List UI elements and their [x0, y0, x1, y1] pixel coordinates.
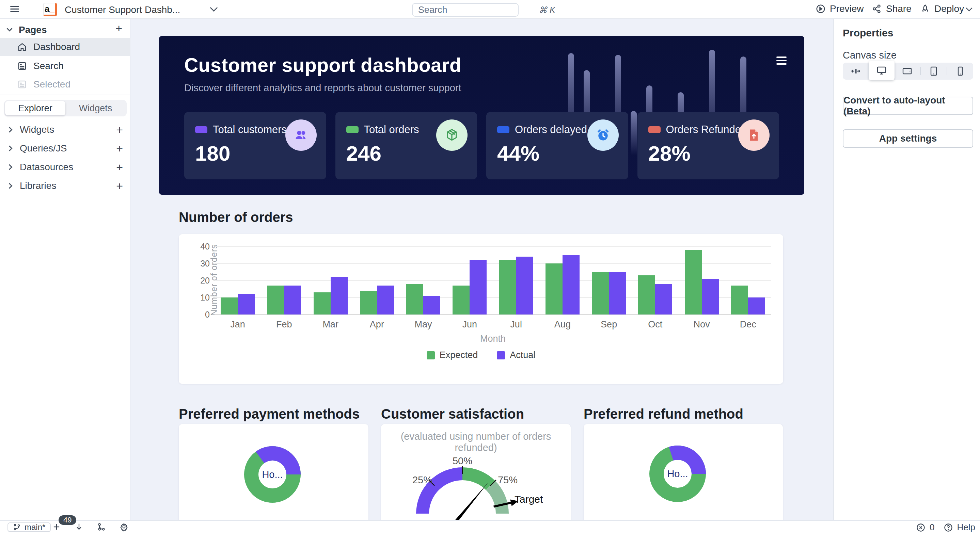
chevron-down-icon: [7, 26, 13, 32]
bar-expected-oct[interactable]: [638, 275, 655, 314]
bar-actual-mar[interactable]: [331, 277, 348, 314]
bar-expected-jan[interactable]: [221, 297, 238, 314]
deploy-caret-icon[interactable]: [966, 5, 972, 11]
app-logo: a_: [43, 3, 57, 16]
stat-chip: [497, 126, 509, 133]
x-tick-label: Jul: [510, 319, 522, 330]
error-circle-icon: [916, 523, 926, 532]
app-settings-button[interactable]: App settings: [843, 129, 973, 148]
sidebar-item-search[interactable]: Search: [0, 57, 130, 75]
satisfaction-gauge-chart[interactable]: (evaluated using number of orders refund…: [381, 424, 571, 520]
tablet-icon: [928, 66, 939, 76]
page-label: Dashboard: [33, 41, 80, 52]
add-query-button[interactable]: +: [116, 143, 123, 154]
canvas-size-fluid-button[interactable]: [843, 63, 869, 79]
bar-actual-jan[interactable]: [238, 294, 255, 314]
x-tick-label: Oct: [648, 319, 662, 330]
sidebar-item-dashboard[interactable]: Dashboard: [0, 38, 130, 56]
search-input[interactable]: [418, 5, 539, 15]
search-box[interactable]: ⌘ K: [412, 3, 519, 17]
git-merge-icon[interactable]: [97, 522, 106, 533]
app-title[interactable]: Customer Support Dashb...: [65, 5, 180, 15]
banner-title: Customer support dashboard: [184, 54, 461, 76]
add-library-button[interactable]: +: [116, 181, 123, 191]
canvas-size-tablet-landscape-button[interactable]: [894, 63, 920, 79]
refund-donut-chart[interactable]: Ho...: [584, 424, 783, 520]
bar-actual-nov[interactable]: [702, 279, 719, 314]
chevron-right-icon: [7, 164, 13, 170]
bar-expected-sep[interactable]: [592, 272, 609, 314]
bar-expected-mar[interactable]: [313, 292, 331, 314]
x-tick-label: Aug: [554, 319, 571, 330]
tab-widgets[interactable]: Widgets: [65, 101, 126, 115]
sidebar-divider: [0, 95, 130, 95]
bar-expected-feb[interactable]: [267, 286, 284, 314]
stat-card-orders-delayed[interactable]: Orders delayed 44%: [486, 112, 628, 179]
bar-expected-dec[interactable]: [731, 286, 748, 314]
main-menu-icon[interactable]: [10, 6, 19, 13]
sidebar-section-queries[interactable]: Queries/JS +: [0, 141, 130, 156]
preview-button[interactable]: Preview: [816, 3, 864, 14]
properties-title: Properties: [843, 27, 893, 39]
app-title-caret-icon[interactable]: [210, 4, 218, 12]
share-button[interactable]: Share: [872, 3, 912, 14]
stat-card-total-customers[interactable]: Total customers 180: [184, 112, 326, 179]
commits-badge: 49: [59, 515, 76, 525]
banner-menu-icon[interactable]: [776, 57, 787, 67]
bar-actual-sep[interactable]: [609, 272, 626, 314]
stat-chip: [346, 126, 359, 133]
bar-chart-plot: 010203040JanFebMarAprMayJunJulAugSepOctN…: [215, 246, 771, 314]
bar-actual-jun[interactable]: [469, 260, 487, 314]
sidebar-section-libraries[interactable]: Libraries +: [0, 178, 130, 194]
errors-indicator[interactable]: 0: [916, 522, 934, 533]
add-widget-button[interactable]: +: [116, 125, 123, 135]
tab-explorer[interactable]: Explorer: [5, 101, 65, 115]
bar-actual-may[interactable]: [423, 296, 440, 314]
pages-section-header[interactable]: Pages +: [0, 22, 130, 37]
page-label: Search: [33, 60, 64, 71]
bar-expected-jun[interactable]: [453, 286, 469, 314]
deploy-button[interactable]: Deploy: [920, 3, 964, 14]
stat-card-total-orders[interactable]: Total orders 246: [336, 112, 477, 179]
bar-actual-feb[interactable]: [284, 286, 301, 314]
x-tick-label: Jan: [230, 319, 245, 330]
canvas-size-tablet-button[interactable]: [921, 63, 947, 79]
bar-actual-jul[interactable]: [516, 257, 533, 314]
bar-actual-dec[interactable]: [748, 297, 765, 314]
git-branch-button[interactable]: main*: [8, 522, 51, 532]
app-canvas[interactable]: Customer support dashboard Discover diff…: [130, 19, 833, 520]
package-icon: [436, 119, 468, 151]
sidebar-item-selected[interactable]: Selected: [0, 76, 130, 93]
stat-label: Orders delayed: [515, 124, 587, 136]
canvas-size-desktop-button[interactable]: [869, 60, 894, 80]
legend-item-expected[interactable]: Expected: [427, 350, 478, 360]
bar-expected-nov[interactable]: [685, 250, 702, 314]
bar-expected-apr[interactable]: [360, 291, 377, 314]
canvas-size-mobile-button[interactable]: [947, 63, 973, 79]
y-tick-label: 10: [200, 293, 210, 303]
add-page-button[interactable]: +: [115, 23, 122, 33]
git-settings-icon[interactable]: [119, 522, 129, 533]
y-tick-label: 40: [200, 242, 210, 252]
gauge-tick-label-50: 50%: [453, 455, 472, 466]
bar-expected-aug[interactable]: [546, 263, 563, 314]
bar-actual-apr[interactable]: [377, 286, 394, 314]
legend-item-actual[interactable]: Actual: [497, 350, 535, 360]
stat-value: 44%: [497, 141, 539, 165]
git-add-icon[interactable]: [52, 522, 61, 533]
chart-legend: ExpectedActual: [179, 350, 783, 360]
bar-expected-jul[interactable]: [499, 260, 516, 314]
help-button[interactable]: Help: [943, 522, 975, 533]
convert-auto-layout-button[interactable]: Convert to auto-layout (Beta): [843, 97, 973, 115]
sidebar-section-widgets[interactable]: Widgets +: [0, 122, 130, 138]
payment-donut-chart[interactable]: Ho...: [179, 424, 368, 520]
git-pull-icon[interactable]: [74, 522, 84, 533]
bar-actual-oct[interactable]: [655, 284, 672, 314]
stat-card-orders-refunded[interactable]: Orders Refunded 28%: [638, 112, 780, 179]
sidebar-section-datasources[interactable]: Datasources +: [0, 159, 130, 175]
status-bar: main* 49 0 Help: [0, 520, 980, 533]
orders-bar-chart[interactable]: Number of orders 010203040JanFebMarAprMa…: [179, 234, 783, 384]
bar-expected-may[interactable]: [406, 284, 423, 314]
bar-actual-aug[interactable]: [563, 255, 579, 314]
add-datasource-button[interactable]: +: [116, 162, 123, 172]
